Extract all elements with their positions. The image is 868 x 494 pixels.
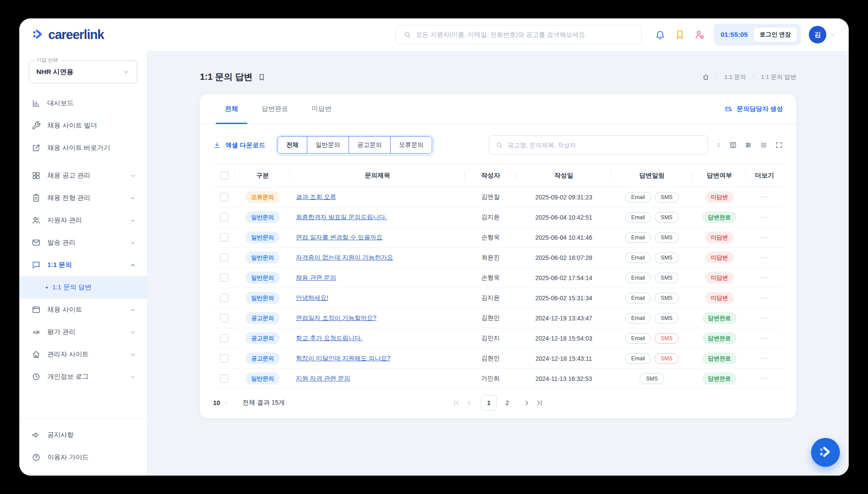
first-page-icon[interactable]	[452, 398, 461, 407]
row-checkbox[interactable]	[220, 334, 228, 342]
account-settings-icon[interactable]	[694, 29, 705, 40]
inquiry-title-link[interactable]: 학교 추가 요청드립니다.	[296, 334, 363, 341]
row-checkbox[interactable]	[220, 294, 228, 302]
sidebar-item[interactable]: 지원자 관리	[19, 209, 147, 231]
sidebar-item[interactable]: 1:1 문의	[19, 254, 147, 276]
global-search[interactable]	[395, 25, 642, 44]
sidebar-item[interactable]: 공지사항	[19, 424, 147, 446]
filter-segment-1[interactable]: 일반문의	[307, 137, 349, 153]
list-search-input[interactable]	[508, 142, 701, 149]
date-cell: 2025-09-02 09:31:23	[516, 194, 611, 201]
sidebar-item[interactable]: 개인정보 로그	[19, 366, 147, 388]
inquiry-title-link[interactable]: 채용 관련 문의	[296, 274, 336, 281]
more-actions-button[interactable]: ⋯	[761, 274, 769, 282]
fullscreen-icon[interactable]	[775, 141, 783, 149]
careerlink-logo[interactable]: careerlink	[32, 28, 104, 42]
filter-settings-icon[interactable]	[744, 141, 752, 149]
row-checkbox[interactable]	[220, 253, 228, 262]
density-icon[interactable]	[760, 141, 768, 149]
sidebar-item[interactable]: 채용 사이트 빌더	[19, 114, 147, 137]
careerlink-fab[interactable]	[811, 438, 840, 467]
more-actions-button[interactable]: ⋯	[761, 233, 769, 242]
sidebar-item[interactable]: 채용 공고 관리	[19, 164, 147, 187]
inquiry-title-link[interactable]: 최종합격자 발표일 문의드립니다.	[296, 213, 387, 220]
top-header: careerlink 01:55:05 로그인 연장 김	[19, 18, 849, 51]
filter-segment-3[interactable]: 오류문의	[390, 137, 432, 153]
sidebar-item[interactable]: 대시보드	[19, 92, 147, 114]
inquiry-title-link[interactable]: 안녕하세요!	[296, 294, 328, 301]
row-checkbox[interactable]	[220, 274, 228, 282]
home-icon[interactable]	[702, 74, 709, 81]
notify-badge: SMS	[655, 353, 679, 364]
sidebar-item-label: 평가 관리	[47, 328, 75, 336]
sidebar-item[interactable]: 발송 관리	[19, 231, 147, 254]
select-all-checkbox[interactable]	[220, 171, 228, 180]
sidebar-item[interactable]: 이용자 가이드	[19, 446, 147, 469]
notify-badge: Email	[625, 232, 651, 243]
more-actions-button[interactable]: ⋯	[761, 213, 769, 221]
more-actions-button[interactable]: ⋯	[761, 294, 769, 302]
inquiry-title-link[interactable]: 지원 자격 관련 문의	[296, 375, 350, 382]
row-checkbox[interactable]	[220, 354, 228, 363]
more-actions-button[interactable]: ⋯	[761, 314, 769, 322]
create-inquiry-manager-link[interactable]: 문의담당자 생성	[725, 105, 783, 113]
sidebar-item[interactable]: 채용 전형 관리	[19, 187, 147, 209]
filter-segment-label: 전체	[286, 141, 299, 148]
more-actions-button[interactable]: ⋯	[761, 334, 769, 342]
global-search-input[interactable]	[416, 31, 633, 38]
row-checkbox[interactable]	[220, 233, 228, 242]
inquiry-title-link[interactable]: 면접 일자를 변경할 수 있을까요	[296, 234, 383, 241]
sidebar-item[interactable]: A|B평가 관리	[19, 321, 147, 343]
main-content: 1:1 문의 답변 1:1 문의 1:1 문의 답변 전체답변완료미답변 문의담…	[147, 51, 849, 476]
page-number[interactable]: 1	[481, 395, 497, 411]
page-number[interactable]: 2	[499, 395, 515, 411]
sort-icon[interactable]	[715, 142, 722, 148]
inquiry-title-link[interactable]: 학점이 미달인데 지원해도 되나요?	[296, 355, 390, 362]
breadcrumb-item[interactable]: 1:1 문의	[724, 73, 746, 81]
status-badge: 미답변	[705, 231, 734, 243]
table-row: 일반문의면접 일자를 변경할 수 있을까요손형욱2025-06-04 10:41…	[213, 227, 783, 248]
more-actions-button[interactable]: ⋯	[761, 374, 769, 383]
sidebar-subitem[interactable]: •1:1 문의 답변	[19, 276, 147, 299]
sidebar-item[interactable]: 채용 사이트	[19, 299, 147, 321]
excel-download-button[interactable]: 엑셀 다운로드	[213, 141, 265, 149]
tab-0[interactable]: 전체	[213, 94, 250, 124]
more-actions-button[interactable]: ⋯	[761, 193, 769, 201]
sidebar-item-label: 개인정보 로그	[47, 373, 89, 381]
row-checkbox[interactable]	[220, 193, 228, 201]
inquiry-title-link[interactable]: 결과 조회 오류	[296, 193, 336, 200]
sidebar-item[interactable]: 관리자 사이트	[19, 343, 147, 366]
more-actions-button[interactable]: ⋯	[761, 253, 769, 262]
company-select[interactable]: 기업 선택 NHR 시연용	[29, 60, 137, 83]
table-row: 일반문의안녕하세요!김지윤2025-06-02 15:31:34EmailSMS…	[213, 288, 783, 308]
status-tabs: 전체답변완료미답변	[213, 94, 343, 124]
sidebar-item-label: 채용 사이트	[47, 306, 82, 314]
tab-1[interactable]: 답변완료	[250, 94, 300, 124]
inquiry-title-link[interactable]: 자격증이 없는데 지원이 가능한가요	[296, 254, 393, 261]
row-checkbox[interactable]	[220, 314, 228, 322]
inquiry-title-link[interactable]: 면접일자 조정이 가능할까요?	[296, 314, 377, 321]
notify-badge: Email	[625, 273, 651, 283]
columns-icon[interactable]	[729, 141, 737, 149]
filter-segment-0[interactable]: 전체	[278, 137, 307, 153]
notifications-bell-icon[interactable]	[655, 29, 665, 40]
next-page-icon[interactable]	[523, 398, 531, 407]
favorite-page-icon[interactable]	[258, 73, 266, 81]
tab-2[interactable]: 미답변	[300, 94, 343, 124]
user-menu[interactable]: 김	[809, 26, 836, 43]
user-avatar[interactable]: 김	[809, 26, 826, 43]
prev-page-icon[interactable]	[465, 398, 473, 407]
login-extend-button[interactable]: 로그인 연장	[753, 27, 797, 43]
filter-segment-2[interactable]: 공고문의	[349, 137, 390, 153]
sidebar-item[interactable]: 채용 사이트 바로가기	[19, 137, 147, 159]
tab-label: 전체	[225, 105, 238, 112]
page-size-select[interactable]: 10	[213, 399, 229, 406]
more-actions-button[interactable]: ⋯	[761, 354, 769, 363]
row-checkbox[interactable]	[220, 374, 228, 383]
category-badge: 일반문의	[245, 211, 280, 223]
row-checkbox[interactable]	[220, 213, 228, 221]
bookmarks-icon[interactable]	[675, 29, 685, 40]
last-page-icon[interactable]	[535, 398, 544, 407]
company-select-label: 기업 선택	[34, 57, 60, 64]
list-search[interactable]	[489, 135, 708, 155]
